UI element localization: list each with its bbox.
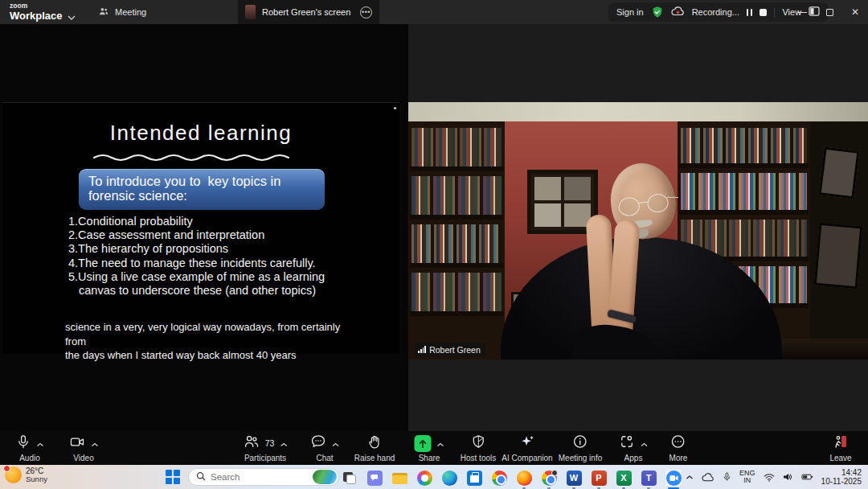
callout-line-1: To introduce you to key topics in: [88, 174, 280, 188]
chevron-up-icon[interactable]: [37, 436, 44, 450]
tray-mic-icon[interactable]: [719, 465, 735, 489]
more-label: More: [669, 454, 688, 462]
mic-icon: [16, 434, 31, 454]
apps-icon: [619, 434, 635, 453]
sign-in-button[interactable]: Sign in: [616, 7, 644, 17]
teams-button[interactable]: T: [640, 469, 657, 487]
edge-button[interactable]: [440, 469, 458, 487]
close-button[interactable]: ✕: [841, 0, 868, 24]
search-input[interactable]: [211, 472, 308, 482]
taskbar-clock[interactable]: 14:42 10-11-2025: [817, 468, 868, 487]
firefox-icon: [517, 471, 532, 486]
screen-thumbnail: [245, 5, 256, 19]
meeting-info-label: Meeting info: [559, 454, 602, 462]
chrome-icon: [542, 471, 557, 486]
raise-hand-button[interactable]: Raise hand: [354, 434, 395, 462]
copilot-button[interactable]: [416, 469, 433, 487]
participants-count: 73: [265, 438, 275, 448]
chevron-up-icon[interactable]: [280, 436, 287, 450]
weather-alert-badge: [3, 465, 10, 472]
clock-date: 10-11-2025: [821, 477, 862, 487]
more-button[interactable]: More: [669, 434, 688, 462]
task-view-button[interactable]: [341, 469, 358, 487]
leave-label: Leave: [829, 454, 851, 462]
people-icon: [98, 6, 109, 18]
tab-shared-screen[interactable]: Robert Green's screen •••: [238, 0, 379, 24]
language-indicator[interactable]: ENG IN: [735, 470, 760, 485]
clock-time: 14:42: [821, 468, 862, 478]
chevron-up-icon[interactable]: [641, 436, 648, 450]
taskbar-weather-widget[interactable]: 26°C Sunny: [5, 466, 47, 483]
word-button[interactable]: W: [565, 469, 583, 487]
zoom-app-button[interactable]: [665, 469, 682, 487]
more-icon: [670, 434, 686, 453]
chevron-up-icon[interactable]: [332, 436, 339, 450]
list-item: 5.Using a live case example of mine as a…: [68, 270, 350, 298]
maximize-button[interactable]: [816, 0, 843, 24]
callout-line-2: forensic science:: [88, 188, 187, 203]
slide-callout: To introduce you to key topics inforensi…: [79, 169, 325, 210]
presentation-slide: Intended learning To introduce you to ke…: [2, 102, 399, 354]
pause-recording-icon[interactable]: [747, 9, 753, 16]
share-button[interactable]: Share: [415, 434, 444, 462]
audio-button[interactable]: Audio: [16, 434, 44, 462]
chat-button[interactable]: Chat: [310, 434, 339, 462]
tab-meeting[interactable]: Meeting: [90, 0, 154, 24]
participants-label: Participants: [244, 454, 286, 462]
lang-line-2: IN: [739, 477, 755, 485]
file-explorer-icon: [392, 471, 407, 486]
taskbar-search[interactable]: [188, 468, 339, 486]
word-icon: W: [567, 471, 582, 486]
tab-screen-label: Robert Green's screen: [262, 7, 354, 17]
microsoft-store-icon: [467, 471, 482, 486]
ellipsis-circle-icon[interactable]: •••: [360, 6, 372, 18]
speaker-video-panel: Robert Green: [408, 24, 868, 431]
caption-line-2: the days when I started way back almost …: [65, 348, 354, 363]
list-item: 1.Conditional probability: [68, 215, 350, 228]
start-button[interactable]: [166, 470, 180, 484]
powerpoint-button[interactable]: P: [590, 469, 608, 487]
live-caption: science in a very, very logical way nowa…: [65, 320, 354, 363]
shield-icon: [471, 434, 486, 453]
excel-button[interactable]: X: [615, 469, 633, 487]
list-item: 3.The hierarchy of propositions: [68, 242, 350, 256]
chrome-button[interactable]: [490, 469, 508, 487]
tray-chevron-up-icon[interactable]: [682, 465, 698, 489]
chevron-down-icon[interactable]: [68, 9, 76, 23]
search-daily-image[interactable]: [313, 470, 337, 484]
microsoft-store-button[interactable]: [465, 469, 483, 487]
audio-signal-icon: [418, 346, 426, 353]
chevron-up-icon[interactable]: [437, 436, 444, 450]
zoom-workplace-logo: zoom Workplace: [10, 2, 63, 21]
battery-icon[interactable]: [797, 465, 817, 489]
chat-app-button[interactable]: [366, 469, 383, 487]
minimize-button[interactable]: —: [788, 0, 816, 24]
chat-app-icon: [367, 471, 383, 486]
file-explorer-button[interactable]: [391, 469, 408, 487]
participants-button[interactable]: 73 Participants: [244, 434, 288, 462]
stop-recording-icon[interactable]: [760, 9, 767, 16]
volume-icon[interactable]: [779, 465, 797, 489]
caption-line-1: science in a very, very logical way nowa…: [65, 320, 354, 348]
recording-status: Recording...: [692, 7, 739, 17]
shield-check-icon: [651, 6, 664, 18]
wifi-icon[interactable]: [760, 465, 779, 489]
chevron-up-icon[interactable]: [92, 436, 99, 450]
host-tools-button[interactable]: Host tools: [461, 434, 496, 462]
ai-companion-button[interactable]: AI Companion: [502, 434, 552, 462]
raise-hand-icon: [367, 434, 383, 454]
meeting-info-button[interactable]: Meeting info: [559, 434, 602, 462]
firefox-button[interactable]: [515, 469, 533, 487]
meeting-content: Intended learning To introduce you to ke…: [0, 24, 868, 431]
powerpoint-icon: P: [592, 471, 607, 486]
slide-list: 1.Conditional probability 2.Case assessm…: [68, 215, 350, 298]
system-tray: ENG IN 14:42 10-11-2025: [682, 465, 868, 489]
onedrive-cloud-icon[interactable]: [698, 465, 719, 489]
apps-button[interactable]: Apps: [619, 434, 648, 462]
list-item: 2.Case assessment and interpretation: [68, 228, 350, 242]
video-button[interactable]: Video: [69, 434, 99, 462]
leave-button[interactable]: Leave: [829, 434, 851, 462]
shared-screen-panel: Intended learning To introduce you to ke…: [0, 24, 408, 431]
chrome-profile-button[interactable]: [540, 469, 558, 487]
speaker-video: Robert Green: [408, 102, 868, 360]
